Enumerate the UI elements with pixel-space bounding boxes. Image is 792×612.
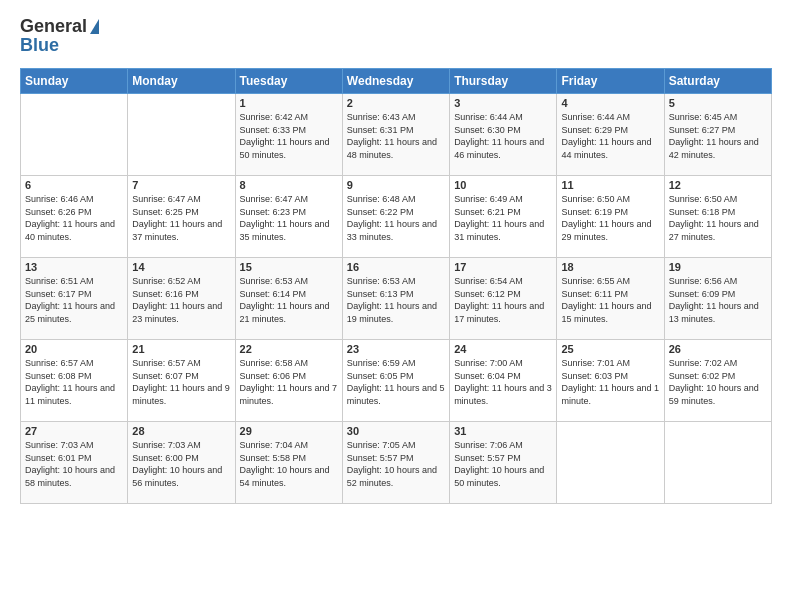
calendar-cell: 20Sunrise: 6:57 AMSunset: 6:08 PMDayligh…: [21, 340, 128, 422]
day-info: Sunrise: 6:55 AMSunset: 6:11 PMDaylight:…: [561, 275, 659, 325]
calendar-cell: 19Sunrise: 6:56 AMSunset: 6:09 PMDayligh…: [664, 258, 771, 340]
day-number: 18: [561, 261, 659, 273]
day-info: Sunrise: 6:45 AMSunset: 6:27 PMDaylight:…: [669, 111, 767, 161]
calendar-cell: [21, 94, 128, 176]
day-number: 7: [132, 179, 230, 191]
day-number: 9: [347, 179, 445, 191]
calendar-cell: [128, 94, 235, 176]
day-info: Sunrise: 6:47 AMSunset: 6:25 PMDaylight:…: [132, 193, 230, 243]
calendar-cell: 26Sunrise: 7:02 AMSunset: 6:02 PMDayligh…: [664, 340, 771, 422]
day-info: Sunrise: 6:52 AMSunset: 6:16 PMDaylight:…: [132, 275, 230, 325]
header-cell-monday: Monday: [128, 69, 235, 94]
day-number: 2: [347, 97, 445, 109]
calendar-cell: 13Sunrise: 6:51 AMSunset: 6:17 PMDayligh…: [21, 258, 128, 340]
day-info: Sunrise: 6:43 AMSunset: 6:31 PMDaylight:…: [347, 111, 445, 161]
day-number: 26: [669, 343, 767, 355]
logo-blue: Blue: [20, 35, 59, 56]
day-info: Sunrise: 6:42 AMSunset: 6:33 PMDaylight:…: [240, 111, 338, 161]
calendar-cell: [557, 422, 664, 504]
day-number: 20: [25, 343, 123, 355]
day-info: Sunrise: 7:06 AMSunset: 5:57 PMDaylight:…: [454, 439, 552, 489]
day-number: 6: [25, 179, 123, 191]
day-number: 27: [25, 425, 123, 437]
day-info: Sunrise: 7:00 AMSunset: 6:04 PMDaylight:…: [454, 357, 552, 407]
calendar-cell: 10Sunrise: 6:49 AMSunset: 6:21 PMDayligh…: [450, 176, 557, 258]
day-info: Sunrise: 6:48 AMSunset: 6:22 PMDaylight:…: [347, 193, 445, 243]
day-number: 13: [25, 261, 123, 273]
calendar-cell: 4Sunrise: 6:44 AMSunset: 6:29 PMDaylight…: [557, 94, 664, 176]
calendar-cell: 24Sunrise: 7:00 AMSunset: 6:04 PMDayligh…: [450, 340, 557, 422]
day-info: Sunrise: 7:03 AMSunset: 6:00 PMDaylight:…: [132, 439, 230, 489]
calendar-cell: 7Sunrise: 6:47 AMSunset: 6:25 PMDaylight…: [128, 176, 235, 258]
header-cell-wednesday: Wednesday: [342, 69, 449, 94]
day-number: 25: [561, 343, 659, 355]
calendar-cell: 23Sunrise: 6:59 AMSunset: 6:05 PMDayligh…: [342, 340, 449, 422]
logo: General Blue: [20, 16, 99, 56]
day-info: Sunrise: 6:50 AMSunset: 6:19 PMDaylight:…: [561, 193, 659, 243]
week-row-1: 1Sunrise: 6:42 AMSunset: 6:33 PMDaylight…: [21, 94, 772, 176]
day-info: Sunrise: 6:53 AMSunset: 6:14 PMDaylight:…: [240, 275, 338, 325]
day-info: Sunrise: 6:54 AMSunset: 6:12 PMDaylight:…: [454, 275, 552, 325]
day-number: 19: [669, 261, 767, 273]
calendar-cell: 22Sunrise: 6:58 AMSunset: 6:06 PMDayligh…: [235, 340, 342, 422]
day-number: 22: [240, 343, 338, 355]
calendar-cell: 18Sunrise: 6:55 AMSunset: 6:11 PMDayligh…: [557, 258, 664, 340]
day-number: 29: [240, 425, 338, 437]
day-info: Sunrise: 6:56 AMSunset: 6:09 PMDaylight:…: [669, 275, 767, 325]
day-number: 24: [454, 343, 552, 355]
day-info: Sunrise: 6:57 AMSunset: 6:08 PMDaylight:…: [25, 357, 123, 407]
day-info: Sunrise: 6:44 AMSunset: 6:29 PMDaylight:…: [561, 111, 659, 161]
calendar-cell: 25Sunrise: 7:01 AMSunset: 6:03 PMDayligh…: [557, 340, 664, 422]
day-info: Sunrise: 7:04 AMSunset: 5:58 PMDaylight:…: [240, 439, 338, 489]
calendar-cell: 1Sunrise: 6:42 AMSunset: 6:33 PMDaylight…: [235, 94, 342, 176]
header-cell-thursday: Thursday: [450, 69, 557, 94]
day-info: Sunrise: 7:01 AMSunset: 6:03 PMDaylight:…: [561, 357, 659, 407]
week-row-4: 20Sunrise: 6:57 AMSunset: 6:08 PMDayligh…: [21, 340, 772, 422]
day-number: 21: [132, 343, 230, 355]
day-info: Sunrise: 7:05 AMSunset: 5:57 PMDaylight:…: [347, 439, 445, 489]
day-info: Sunrise: 6:59 AMSunset: 6:05 PMDaylight:…: [347, 357, 445, 407]
day-number: 14: [132, 261, 230, 273]
day-number: 16: [347, 261, 445, 273]
header-cell-friday: Friday: [557, 69, 664, 94]
calendar-cell: [664, 422, 771, 504]
day-number: 15: [240, 261, 338, 273]
logo-triangle: [90, 19, 99, 34]
day-info: Sunrise: 6:44 AMSunset: 6:30 PMDaylight:…: [454, 111, 552, 161]
calendar-cell: 6Sunrise: 6:46 AMSunset: 6:26 PMDaylight…: [21, 176, 128, 258]
header: General Blue: [20, 16, 772, 56]
header-cell-sunday: Sunday: [21, 69, 128, 94]
day-number: 30: [347, 425, 445, 437]
day-number: 8: [240, 179, 338, 191]
calendar-cell: 11Sunrise: 6:50 AMSunset: 6:19 PMDayligh…: [557, 176, 664, 258]
day-number: 10: [454, 179, 552, 191]
calendar-cell: 5Sunrise: 6:45 AMSunset: 6:27 PMDaylight…: [664, 94, 771, 176]
day-number: 31: [454, 425, 552, 437]
day-number: 23: [347, 343, 445, 355]
day-info: Sunrise: 6:46 AMSunset: 6:26 PMDaylight:…: [25, 193, 123, 243]
calendar-table: SundayMondayTuesdayWednesdayThursdayFrid…: [20, 68, 772, 504]
day-number: 11: [561, 179, 659, 191]
calendar-cell: 3Sunrise: 6:44 AMSunset: 6:30 PMDaylight…: [450, 94, 557, 176]
header-cell-tuesday: Tuesday: [235, 69, 342, 94]
calendar-cell: 28Sunrise: 7:03 AMSunset: 6:00 PMDayligh…: [128, 422, 235, 504]
calendar-cell: 16Sunrise: 6:53 AMSunset: 6:13 PMDayligh…: [342, 258, 449, 340]
day-number: 28: [132, 425, 230, 437]
day-info: Sunrise: 6:53 AMSunset: 6:13 PMDaylight:…: [347, 275, 445, 325]
day-info: Sunrise: 6:58 AMSunset: 6:06 PMDaylight:…: [240, 357, 338, 407]
day-info: Sunrise: 6:49 AMSunset: 6:21 PMDaylight:…: [454, 193, 552, 243]
day-number: 4: [561, 97, 659, 109]
calendar-body: 1Sunrise: 6:42 AMSunset: 6:33 PMDaylight…: [21, 94, 772, 504]
day-number: 1: [240, 97, 338, 109]
calendar-cell: 15Sunrise: 6:53 AMSunset: 6:14 PMDayligh…: [235, 258, 342, 340]
calendar-cell: 30Sunrise: 7:05 AMSunset: 5:57 PMDayligh…: [342, 422, 449, 504]
week-row-2: 6Sunrise: 6:46 AMSunset: 6:26 PMDaylight…: [21, 176, 772, 258]
calendar-cell: 12Sunrise: 6:50 AMSunset: 6:18 PMDayligh…: [664, 176, 771, 258]
day-info: Sunrise: 6:47 AMSunset: 6:23 PMDaylight:…: [240, 193, 338, 243]
page-container: General Blue SundayMondayTuesdayWednesda…: [0, 0, 792, 514]
calendar-cell: 27Sunrise: 7:03 AMSunset: 6:01 PMDayligh…: [21, 422, 128, 504]
day-info: Sunrise: 6:51 AMSunset: 6:17 PMDaylight:…: [25, 275, 123, 325]
calendar-cell: 29Sunrise: 7:04 AMSunset: 5:58 PMDayligh…: [235, 422, 342, 504]
week-row-5: 27Sunrise: 7:03 AMSunset: 6:01 PMDayligh…: [21, 422, 772, 504]
calendar-cell: 31Sunrise: 7:06 AMSunset: 5:57 PMDayligh…: [450, 422, 557, 504]
